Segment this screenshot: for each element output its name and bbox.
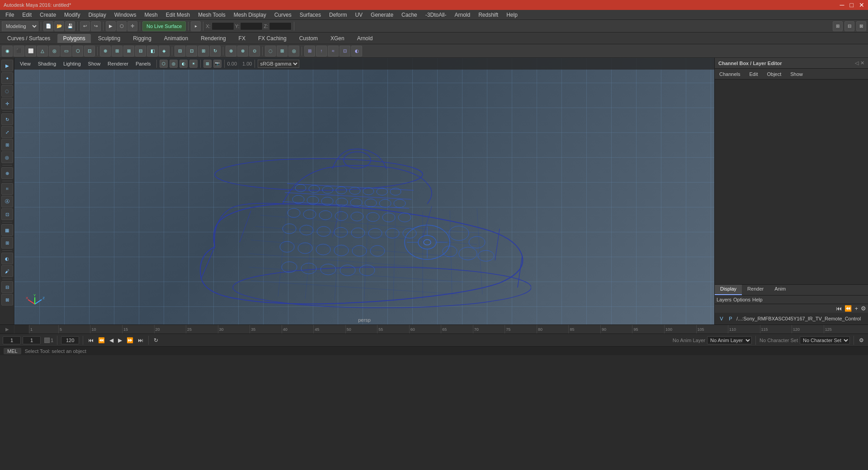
show-menu-btn[interactable]: Show bbox=[85, 60, 104, 67]
extrude-btn[interactable]: ⊕ bbox=[100, 46, 111, 56]
viewport-3d[interactable]: View Shading Lighting Show Renderer Pane… bbox=[14, 58, 714, 324]
plane-icon-btn[interactable]: ▭ bbox=[61, 46, 71, 56]
sphere-icon-btn[interactable]: ◉ bbox=[2, 46, 13, 56]
tab-fx[interactable]: FX bbox=[233, 34, 251, 43]
prefs-btn[interactable]: ⚙ bbox=[858, 337, 865, 343]
soft-sel-btn[interactable]: ◌ bbox=[265, 46, 276, 56]
menu-3dtoall[interactable]: -3DtoAll- bbox=[422, 11, 450, 19]
universal-manip-btn[interactable]: ⊞ bbox=[1, 139, 13, 150]
menu-edit[interactable]: Edit bbox=[19, 11, 35, 19]
goto-end-btn[interactable]: ⏭ bbox=[137, 337, 145, 343]
menu-file[interactable]: File bbox=[2, 11, 18, 19]
save-file-btn[interactable]: 💾 bbox=[65, 21, 75, 31]
hypershade-btn[interactable]: ⊠ bbox=[1, 294, 13, 306]
goto-start-btn[interactable]: ⏮ bbox=[87, 337, 95, 343]
mel-label[interactable]: MEL bbox=[4, 348, 21, 354]
scene-time-btn[interactable]: ⊞ bbox=[1, 237, 13, 249]
tab-rigging[interactable]: Rigging bbox=[127, 34, 157, 43]
select-tool-btn[interactable]: ▶ bbox=[106, 21, 116, 31]
gamma-select[interactable]: sRGB gamma Linear Log bbox=[258, 60, 299, 68]
menu-help[interactable]: Help bbox=[503, 11, 521, 19]
menu-uv[interactable]: UV bbox=[351, 11, 366, 19]
weld-btn[interactable]: ⊙ bbox=[249, 46, 260, 56]
poke-btn[interactable]: ◈ bbox=[159, 46, 170, 56]
options-menu[interactable]: Options bbox=[733, 297, 750, 302]
layers-menu[interactable]: Layers bbox=[717, 297, 731, 302]
z-input[interactable] bbox=[269, 22, 292, 30]
layer-visibility[interactable]: V bbox=[718, 316, 725, 321]
pipe-icon-btn[interactable]: ⊡ bbox=[84, 46, 95, 56]
layer-pickable[interactable]: P bbox=[727, 316, 734, 321]
snap-curve-btn[interactable]: ⌗ bbox=[1, 183, 13, 195]
x-input[interactable] bbox=[212, 22, 234, 30]
tab-fx-caching[interactable]: FX Caching bbox=[253, 34, 292, 43]
crease-btn[interactable]: ≈ bbox=[328, 46, 339, 56]
tab-object[interactable]: Object bbox=[764, 70, 784, 78]
render-region-btn[interactable]: ▦ bbox=[1, 224, 13, 236]
vp-camera-btn[interactable]: 📷 bbox=[213, 60, 222, 68]
layout-btn3[interactable]: ⊠ bbox=[856, 21, 866, 31]
rotate-btn[interactable]: ↻ bbox=[1, 113, 13, 125]
paint-select-btn[interactable]: ✦ bbox=[1, 72, 13, 84]
menu-windows[interactable]: Windows bbox=[111, 11, 140, 19]
tab-rendering[interactable]: Rendering bbox=[195, 34, 231, 43]
undo-btn[interactable]: ↩ bbox=[80, 21, 90, 31]
menu-arnold[interactable]: Arnold bbox=[451, 11, 474, 19]
lasso-select-btn[interactable]: ◌ bbox=[1, 85, 13, 97]
menu-curves[interactable]: Curves bbox=[271, 11, 295, 19]
node-editor-btn[interactable]: ⊟ bbox=[1, 281, 13, 293]
fill-hole-btn[interactable]: ⊟ bbox=[135, 46, 146, 56]
component-display-btn[interactable]: ⊞ bbox=[304, 46, 315, 56]
frame-current-input[interactable] bbox=[23, 336, 41, 344]
wedge-btn[interactable]: ◧ bbox=[147, 46, 158, 56]
y-input[interactable] bbox=[240, 22, 263, 30]
spin-edge-btn[interactable]: ↻ bbox=[210, 46, 221, 56]
frame-end-input[interactable] bbox=[61, 336, 79, 344]
maximize-btn[interactable]: □ bbox=[850, 1, 854, 9]
vp-light-btn[interactable]: ☀ bbox=[189, 60, 198, 68]
tab-channels[interactable]: Channels bbox=[717, 70, 743, 78]
menu-edit-mesh[interactable]: Edit Mesh bbox=[162, 11, 193, 19]
color-btn[interactable]: ◐ bbox=[351, 46, 362, 56]
tab-polygons[interactable]: Polygons bbox=[57, 34, 90, 43]
layer-settings-btn[interactable]: ⚙ bbox=[861, 305, 866, 312]
layer-tab-display[interactable]: Display bbox=[715, 285, 742, 295]
lighting-menu-btn[interactable]: Lighting bbox=[61, 60, 84, 67]
torus-icon-btn[interactable]: ◎ bbox=[49, 46, 60, 56]
move-btn[interactable]: ✛ bbox=[1, 98, 13, 109]
menu-cache[interactable]: Cache bbox=[398, 11, 421, 19]
step-fwd-btn[interactable]: ⏩ bbox=[125, 337, 135, 343]
loop-btn[interactable]: ↻ bbox=[152, 337, 160, 343]
xray-btn[interactable]: ◐ bbox=[1, 253, 13, 264]
move-tool-btn[interactable]: ✛ bbox=[127, 21, 137, 31]
menu-mesh[interactable]: Mesh bbox=[141, 11, 161, 19]
tab-show[interactable]: Show bbox=[788, 70, 806, 78]
frame-start-input[interactable] bbox=[3, 336, 21, 344]
lasso-tool-btn[interactable]: ⬡ bbox=[117, 21, 127, 31]
timeline-ruler[interactable]: 1 5 10 15 20 25 30 35 40 45 50 55 60 65 … bbox=[29, 325, 868, 334]
help-menu[interactable]: Help bbox=[752, 297, 763, 302]
annotation-btn[interactable]: Ⓐ bbox=[1, 196, 13, 207]
menu-redshift[interactable]: Redshift bbox=[475, 11, 502, 19]
menu-surfaces[interactable]: Surfaces bbox=[296, 11, 325, 19]
layer-tab-render[interactable]: Render bbox=[742, 285, 769, 295]
menu-modify[interactable]: Modify bbox=[61, 11, 84, 19]
timeline[interactable]: ▶ 1 5 10 15 20 25 30 35 40 45 50 55 60 6… bbox=[0, 324, 868, 334]
disk-icon-btn[interactable]: ⬡ bbox=[72, 46, 83, 56]
tab-arnold[interactable]: Arnold bbox=[352, 34, 378, 43]
slide-edge-btn[interactable]: ⊞ bbox=[198, 46, 209, 56]
tab-custom[interactable]: Custom bbox=[294, 34, 323, 43]
menu-create[interactable]: Create bbox=[36, 11, 60, 19]
view-menu-btn[interactable]: View bbox=[17, 60, 33, 67]
vp-smooth-btn[interactable]: ◎ bbox=[170, 60, 178, 68]
uv-btn[interactable]: ⊡ bbox=[340, 46, 350, 56]
cube-icon-btn[interactable]: ⬛ bbox=[14, 46, 24, 56]
vp-grid-btn[interactable]: ⊞ bbox=[203, 60, 212, 68]
tab-xgen[interactable]: XGen bbox=[325, 34, 350, 43]
layout-btn1[interactable]: ⊞ bbox=[833, 21, 843, 31]
layout-btn2[interactable]: ⊟ bbox=[844, 21, 854, 31]
anim-layer-select[interactable]: No Anim Layer bbox=[707, 336, 752, 344]
merge-btn[interactable]: ⊕ bbox=[226, 46, 236, 56]
step-back-btn[interactable]: ⏪ bbox=[97, 337, 106, 343]
normals-btn[interactable]: ↑ bbox=[316, 46, 327, 56]
